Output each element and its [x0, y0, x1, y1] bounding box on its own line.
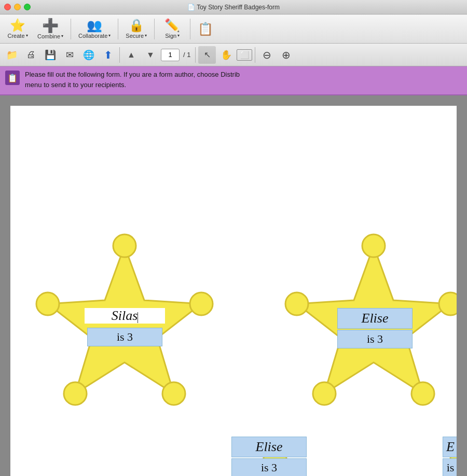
- sign-icon: ✏️: [164, 19, 180, 32]
- badge4-name-field[interactable]: E: [443, 437, 457, 457]
- info-text-line2: menu to send it to your recipients.: [25, 80, 240, 90]
- secure-icon: 🔒: [129, 19, 144, 32]
- collaborate-icon: 👥: [87, 19, 102, 32]
- badges-svg: [10, 106, 457, 476]
- title-bar: 📄 Toy Story Sheriff Badges-form: [0, 0, 467, 15]
- cursor-tool-button[interactable]: ↖: [198, 46, 216, 64]
- create-button[interactable]: ⭐ Create ▾: [3, 17, 32, 41]
- title-icon: 📄: [187, 4, 195, 11]
- zoom-box-button[interactable]: ⬜: [237, 49, 252, 61]
- email-icon: ✉: [66, 49, 74, 61]
- next-page-button[interactable]: ▼: [142, 46, 159, 64]
- email-button[interactable]: ✉: [61, 46, 78, 64]
- collaborate-label: Collaborate ▾: [78, 33, 111, 39]
- svg-point-10: [411, 382, 434, 405]
- svg-point-5: [36, 292, 59, 315]
- tool-sep-2: [195, 47, 196, 63]
- badge3-name-text: Elise: [256, 439, 283, 454]
- tool-sep-3: [255, 47, 255, 63]
- combine-label: Combine ▾: [37, 33, 63, 39]
- badge1-age-field[interactable]: is 3: [87, 328, 162, 346]
- svg-point-1: [113, 234, 136, 257]
- upload-button[interactable]: ⬆: [99, 46, 117, 64]
- open-folder-button[interactable]: 📁: [3, 46, 21, 64]
- secure-label: Secure ▾: [126, 33, 147, 39]
- info-bar: 📋 Please fill out the following form. If…: [0, 66, 467, 95]
- window-controls: [4, 4, 31, 10]
- toolbar-sep-3: [154, 19, 155, 39]
- badge1-name-text: Silas: [112, 308, 138, 323]
- folder-icon: 📁: [6, 49, 18, 61]
- badge2-name-text: Elise: [362, 311, 389, 326]
- badge4-age-field[interactable]: is: [443, 458, 457, 476]
- tool-sep-1: [119, 47, 120, 63]
- svg-point-8: [362, 234, 385, 257]
- form-info-icon: 📋: [5, 71, 20, 85]
- close-button[interactable]: [4, 4, 11, 10]
- sign-button[interactable]: ✏️ Sign ▾: [158, 17, 187, 41]
- document-page: Silas is 3 Elise is 3 Elise is 3 E is: [10, 106, 457, 476]
- badge3-age-text: is 3: [261, 461, 277, 474]
- badge4-age-text: is: [447, 461, 455, 474]
- badge1-name-field[interactable]: Silas: [85, 308, 165, 324]
- cursor-indicator: [138, 312, 138, 323]
- print-icon: 🖨: [26, 49, 36, 60]
- collaborate-button[interactable]: 👥 Collaborate ▾: [74, 17, 115, 41]
- create-icon: ⭐: [10, 19, 25, 32]
- svg-point-12: [285, 292, 308, 315]
- info-text-line1: Please fill out the following form. If y…: [25, 69, 240, 80]
- save-button[interactable]: 💾: [42, 46, 59, 64]
- badge1-age-text: is 3: [117, 330, 133, 343]
- badge2-age-text: is 3: [367, 332, 383, 345]
- svg-point-2: [190, 292, 213, 315]
- secure-button[interactable]: 🔒 Secure ▾: [121, 17, 151, 41]
- sign-dropdown-arrow: ▾: [177, 33, 180, 38]
- combine-dropdown-arrow: ▾: [61, 34, 63, 38]
- badge4-name-text: E: [446, 439, 455, 454]
- collaborate-dropdown-arrow: ▾: [108, 33, 111, 38]
- page-total: / 1: [183, 51, 190, 59]
- secondary-toolbar: 📁 🖨 💾 ✉ 🌐 ⬆ ▲ ▼ / 1 ↖ ✋ ⬜ ⊖ ⊕: [0, 44, 467, 66]
- secure-dropdown-arrow: ▾: [145, 33, 147, 38]
- badge3-age-field[interactable]: is 3: [231, 458, 307, 476]
- create-label: Create ▾: [7, 33, 28, 39]
- document-area: Silas is 3 Elise is 3 Elise is 3 E is: [0, 95, 467, 476]
- toolbar-sep-4: [190, 19, 190, 39]
- create-dropdown-arrow: ▾: [26, 33, 28, 38]
- info-text-block: Please fill out the following form. If y…: [25, 69, 240, 90]
- zoom-out-button[interactable]: ⊖: [258, 46, 276, 64]
- page-number-input[interactable]: [161, 49, 180, 61]
- hand-tool-button[interactable]: ✋: [217, 46, 235, 64]
- prev-page-button[interactable]: ▲: [122, 46, 140, 64]
- toolbar-sep-2: [118, 19, 118, 39]
- svg-point-4: [64, 382, 87, 405]
- zoom-in-button[interactable]: ⊕: [277, 46, 295, 64]
- badge2-age-field[interactable]: is 3: [337, 330, 413, 348]
- window-title: 📄 Toy Story Sheriff Badges-form: [187, 4, 280, 11]
- globe-button[interactable]: 🌐: [80, 46, 98, 64]
- sign-label: Sign ▾: [165, 33, 180, 39]
- badge2-name-field[interactable]: Elise: [337, 308, 413, 329]
- print-button[interactable]: 🖨: [22, 46, 40, 64]
- main-toolbar: ⭐ Create ▾ ➕ Combine ▾ 👥 Collaborate ▾ 🔒…: [0, 15, 467, 44]
- badge3-name-field[interactable]: Elise: [231, 437, 307, 457]
- save-icon: 💾: [45, 49, 56, 61]
- globe-icon: 🌐: [83, 49, 94, 61]
- toolbar-sep-1: [71, 19, 71, 39]
- svg-point-9: [439, 292, 457, 315]
- svg-point-3: [162, 382, 185, 405]
- svg-point-11: [313, 382, 336, 405]
- combine-icon: ➕: [42, 19, 59, 32]
- minimize-button[interactable]: [14, 4, 21, 10]
- combine-button[interactable]: ➕ Combine ▾: [33, 17, 67, 41]
- forms-button[interactable]: 📋: [194, 17, 217, 41]
- forms-icon: 📋: [198, 23, 213, 35]
- maximize-button[interactable]: [24, 4, 31, 10]
